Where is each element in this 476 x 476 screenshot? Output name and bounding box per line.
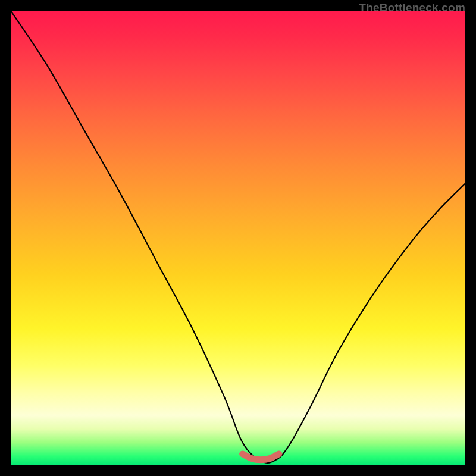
chart-frame: TheBottleneck.com (0, 0, 476, 476)
plot-area (11, 11, 465, 465)
bottleneck-curve (11, 11, 465, 463)
optimal-band (243, 454, 279, 460)
chart-svg (11, 11, 465, 465)
watermark-text: TheBottleneck.com (359, 1, 465, 14)
